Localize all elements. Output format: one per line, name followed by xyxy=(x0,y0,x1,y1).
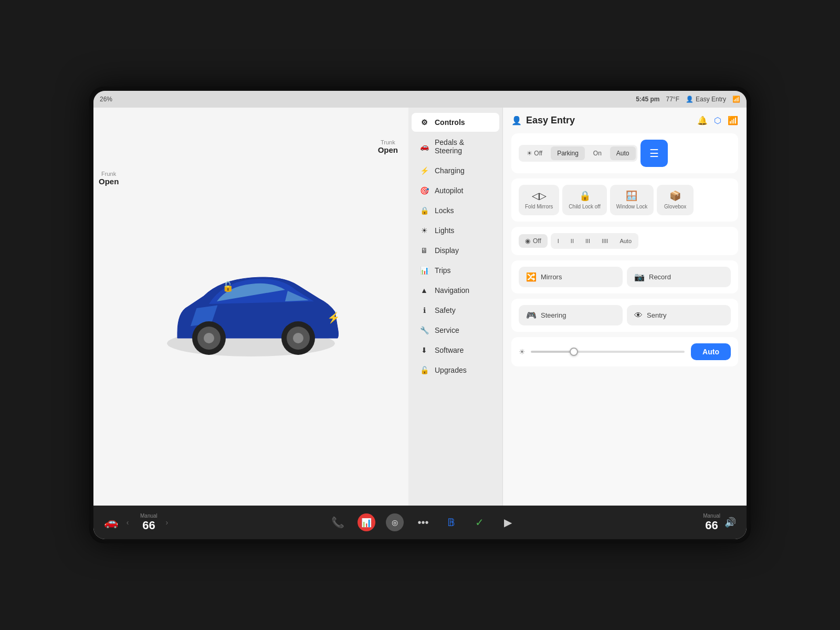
profile-icon: 👤 xyxy=(686,96,694,103)
profile-name: Easy Entry xyxy=(696,96,726,103)
device-frame: 26% 5:45 pm 77°F 👤 Easy Entry 📶 Frunk Op… xyxy=(89,87,751,543)
nav-label-controls: Controls xyxy=(435,118,465,127)
svg-point-6 xyxy=(293,333,303,343)
sidebar-item-lights[interactable]: ☀ Lights xyxy=(412,221,499,240)
sidebar-item-charging[interactable]: ⚡ Charging xyxy=(412,161,499,180)
light-on-button[interactable]: On xyxy=(587,146,608,160)
wiper-speed-1[interactable]: I xyxy=(552,235,564,247)
bluetooth-taskbar-icon: 𝔹 xyxy=(447,516,455,529)
steering-row: 🎮 Steering 👁 Sentry xyxy=(519,305,731,326)
lighting-row: ☀ Off Parking On Auto ☰ xyxy=(519,140,731,167)
trunk-label: Trunk Open xyxy=(378,139,398,154)
nav-label-autopilot: Autopilot xyxy=(435,186,463,195)
icon-controls-section: ◁▷ Fold Mirrors 🔒 Child Lock off 🪟 Windo… xyxy=(511,178,738,222)
brightness-icon: ☀ xyxy=(519,348,526,356)
check-icon: ✓ xyxy=(475,516,484,529)
phone-icon: 📞 xyxy=(331,516,344,529)
safety-icon: ℹ xyxy=(419,306,429,314)
wiper-speed-3[interactable]: III xyxy=(580,235,595,247)
lighting-section: ☀ Off Parking On Auto ☰ xyxy=(511,133,738,173)
icon-grid: ◁▷ Fold Mirrors 🔒 Child Lock off 🪟 Windo… xyxy=(519,185,731,215)
bluetooth-taskbar-button[interactable]: 𝔹 xyxy=(441,512,462,533)
header-icons: 🔔 ⬡ 📶 xyxy=(697,116,738,125)
nav-label-locks: Locks xyxy=(435,206,454,215)
wiper-section: ◉ Off I II III IIII Auto xyxy=(511,227,738,255)
nav-label-upgrades: Upgrades xyxy=(435,366,467,374)
battery-percent: 26% xyxy=(100,96,112,103)
display-icon: 🖥 xyxy=(419,246,429,255)
sidebar-item-display[interactable]: 🖥 Display xyxy=(412,241,499,260)
sidebar-item-navigation[interactable]: ▲ Navigation xyxy=(412,281,499,300)
sidebar-item-safety[interactable]: ℹ Safety xyxy=(412,301,499,320)
notification-icon: 🔔 xyxy=(697,116,708,125)
play-button[interactable]: ▶ xyxy=(498,512,519,533)
controls-title: Easy Entry xyxy=(526,115,575,126)
sidebar-item-software[interactable]: ⬇ Software xyxy=(412,341,499,360)
temp-decrease-button[interactable]: ‹ xyxy=(121,516,134,529)
frunk-label: Frunk Open xyxy=(99,171,119,186)
play-icon: ▶ xyxy=(504,516,512,529)
controls-panel: 👤 Easy Entry 🔔 ⬡ 📶 ☀ Off xyxy=(503,108,747,506)
fold-mirrors-button[interactable]: ◁▷ Fold Mirrors xyxy=(519,185,559,215)
car-panel: Frunk Open Trunk Open xyxy=(93,108,408,506)
media-icon: 📊 xyxy=(358,513,375,531)
media-button[interactable]: 📊 xyxy=(356,512,377,533)
sidebar-item-locks[interactable]: 🔒 Locks xyxy=(412,201,499,220)
light-parking-button[interactable]: Parking xyxy=(551,146,585,160)
nav-label-display: Display xyxy=(435,246,459,255)
window-lock-button[interactable]: 🪟 Window Lock xyxy=(610,185,654,215)
glovebox-button[interactable]: 📦 Glovebox xyxy=(657,185,694,215)
more-icon: ••• xyxy=(417,517,428,529)
sidebar-item-service[interactable]: 🔧 Service xyxy=(412,321,499,340)
phone-button[interactable]: 📞 xyxy=(328,512,349,533)
temp-increase-button[interactable]: › xyxy=(161,516,173,529)
volume-icon[interactable]: 🔊 xyxy=(724,517,736,528)
car-svg: 🔓 ⚡ xyxy=(141,228,361,385)
slider-thumb xyxy=(570,348,578,356)
record-button[interactable]: 📷 Record xyxy=(627,267,731,287)
taskbar: 🚗 ‹ Manual 66 › 📞 📊 ◎ xyxy=(93,506,747,539)
apps-icon: ◎ xyxy=(386,513,404,531)
wiper-speed-2[interactable]: II xyxy=(565,235,579,247)
sidebar-item-autopilot[interactable]: 🎯 Autopilot xyxy=(412,181,499,200)
sun-icon: ☀ xyxy=(527,150,532,157)
nav-label-safety: Safety xyxy=(435,306,456,314)
apps-button[interactable]: ◎ xyxy=(384,512,405,533)
wiper-auto[interactable]: Auto xyxy=(614,235,637,247)
child-lock-button[interactable]: 🔒 Child Lock off xyxy=(562,185,606,215)
sidebar-item-upgrades[interactable]: 🔓 Upgrades xyxy=(412,361,499,380)
taskbar-center: 📞 📊 ◎ ••• 𝔹 ✓ ▶ xyxy=(173,512,673,533)
sidebar-item-pedals[interactable]: 🚗 Pedals & Steering xyxy=(412,133,499,160)
brightness-slider[interactable] xyxy=(531,351,685,353)
wiper-speed-4[interactable]: IIII xyxy=(596,235,613,247)
sentry-button[interactable]: 👁 Sentry xyxy=(627,305,731,326)
light-off-button[interactable]: ☀ Off xyxy=(520,146,549,160)
wiper-off-button[interactable]: ◉ Off xyxy=(519,234,548,248)
light-auto-button[interactable]: Auto xyxy=(610,146,636,160)
nav-label-service: Service xyxy=(435,326,459,334)
more-button[interactable]: ••• xyxy=(413,512,434,533)
svg-text:🔓: 🔓 xyxy=(222,281,234,292)
steering-button[interactable]: 🎮 Steering xyxy=(519,305,623,326)
topbar-time: 5:45 pm xyxy=(636,96,659,103)
charging-icon: ⚡ xyxy=(419,166,429,175)
auto-button[interactable]: Auto xyxy=(691,343,731,360)
mirrors-button[interactable]: 🔀 Mirrors xyxy=(519,267,623,287)
locks-icon: 🔒 xyxy=(419,206,429,215)
brightness-row: ☀ xyxy=(519,343,685,360)
sidebar-item-controls[interactable]: ⚙ Controls xyxy=(412,113,499,132)
sidebar-item-trips[interactable]: 📊 Trips xyxy=(412,261,499,280)
autopilot-icon: 🎯 xyxy=(419,186,429,195)
steering-section: 🎮 Steering 👁 Sentry xyxy=(511,299,738,332)
active-light-button[interactable]: ☰ xyxy=(640,140,668,167)
main-content: Frunk Open Trunk Open xyxy=(93,108,747,506)
car-visualization: Frunk Open Trunk Open xyxy=(93,108,408,506)
pedals-icon: 🚗 xyxy=(419,142,429,151)
car-taskbar-icon: 🚗 xyxy=(104,516,118,529)
glovebox-icon: 📦 xyxy=(669,190,681,202)
temp-controls: ‹ xyxy=(121,516,134,529)
topbar-temp: 77°F xyxy=(666,96,679,103)
svg-point-3 xyxy=(204,333,214,343)
wifi-icon: 📶 xyxy=(728,116,738,125)
check-button[interactable]: ✓ xyxy=(469,512,490,533)
